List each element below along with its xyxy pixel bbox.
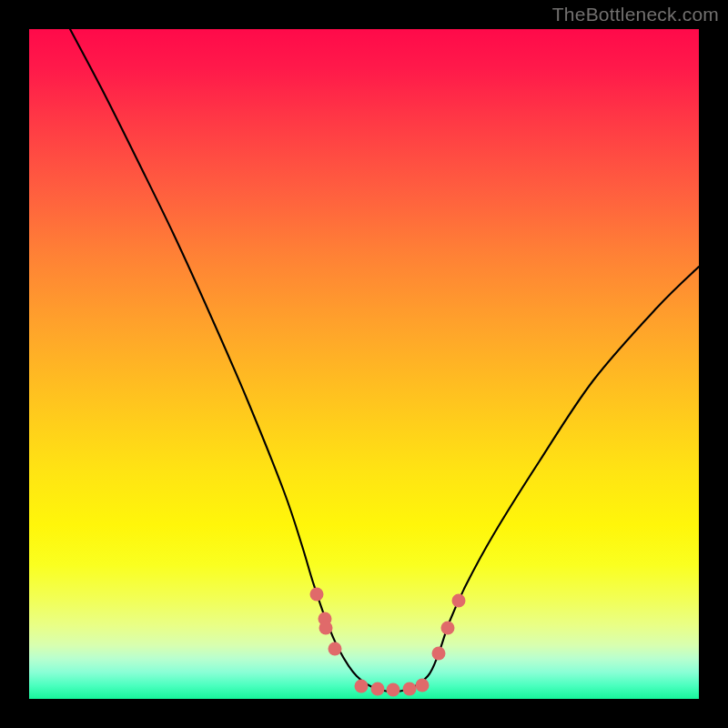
curve-layer	[29, 29, 699, 699]
data-marker	[319, 622, 333, 635]
data-marker	[403, 682, 417, 696]
data-marker	[441, 622, 455, 635]
data-marker	[371, 682, 385, 696]
data-marker	[355, 680, 369, 693]
plot-area	[29, 29, 699, 699]
data-marker	[329, 642, 342, 656]
data-marker	[452, 594, 466, 608]
watermark-text: TheBottleneck.com	[552, 4, 719, 25]
bottleneck-curve	[70, 29, 699, 692]
data-marker	[432, 647, 446, 661]
data-marker	[310, 588, 324, 602]
data-marker	[387, 683, 400, 697]
data-marker	[416, 679, 430, 693]
chart-frame: TheBottleneck.com	[0, 0, 728, 728]
